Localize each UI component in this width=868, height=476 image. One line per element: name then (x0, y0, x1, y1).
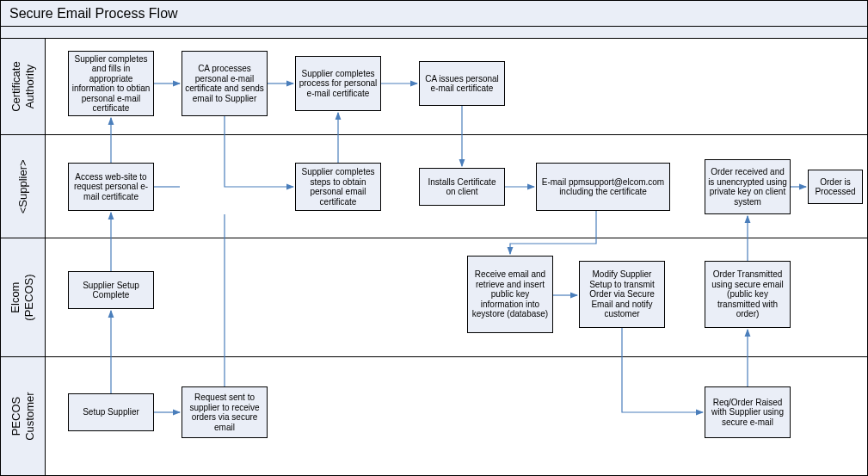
swimlanes: Certificate Authority Supplier completes… (1, 39, 867, 476)
box-sup2: Supplier completes steps to obtain perso… (295, 163, 381, 211)
box-elc2: Receive email and retrieve and insert pu… (467, 256, 553, 333)
lane-label-ca-text: Certificate Authority (9, 61, 36, 112)
lane-label-ca: Certificate Authority (1, 39, 46, 134)
lane-label-supplier-text: <Supplier> (16, 159, 30, 213)
box-elc4: Order Transmitted using secure email (pu… (705, 261, 791, 328)
box-cus2: Request sent to supplier to receive orde… (182, 386, 268, 438)
box-sup4: E-mail ppmsupport@elcom.com including th… (536, 163, 670, 211)
diagram-subbar (1, 27, 867, 39)
box-cus1: Setup Supplier (68, 393, 154, 431)
box-elc3: Modify Supplier Setup to transmit Order … (579, 261, 665, 328)
box-ca4: CA issues personal e-mail certificate (419, 61, 505, 106)
lane-elcom: Elcom (PECOS) Supplier Setup Complete Re… (1, 238, 867, 357)
lane-label-customer-text: PECOS Customer (9, 392, 36, 440)
lane-label-supplier: <Supplier> (1, 135, 46, 238)
diagram-title: Secure Email Process Flow (1, 1, 867, 27)
box-sup1: Access web-site to request personal e-ma… (68, 163, 154, 211)
diagram-container: Secure Email Process Flow Certificate Au… (0, 0, 868, 476)
box-cus3: Req/Order Raised with Supplier using sec… (705, 386, 791, 438)
box-ca1: Supplier completes and fills in appropri… (68, 51, 154, 116)
box-sup6: Order is Processed (808, 170, 863, 204)
box-sup5: Order received and is unencrypted using … (705, 159, 791, 214)
lane-supplier: <Supplier> Access web-site to request pe… (1, 135, 867, 238)
lane-label-elcom: Elcom (PECOS) (1, 238, 46, 356)
box-sup3: Installs Certificate on client (419, 168, 505, 206)
lane-customer: PECOS Customer Setup Supplier Request se… (1, 357, 867, 476)
lane-label-customer: PECOS Customer (1, 357, 46, 475)
box-elc1: Supplier Setup Complete (68, 271, 154, 309)
box-ca3: Supplier completes process for personal … (295, 56, 381, 111)
box-ca2: CA processes personal e-mail certificate… (182, 51, 268, 116)
lane-ca: Certificate Authority Supplier completes… (1, 39, 867, 135)
lane-label-elcom-text: Elcom (PECOS) (9, 274, 36, 320)
